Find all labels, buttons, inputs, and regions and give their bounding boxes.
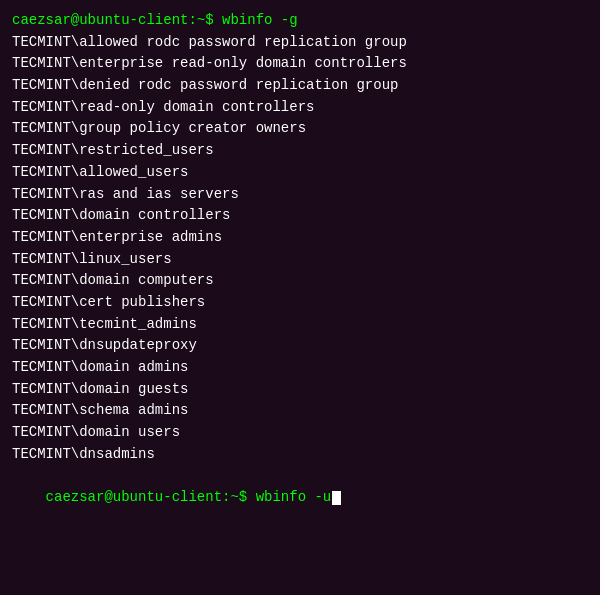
output-line-19: TECMINT\domain users bbox=[12, 422, 588, 444]
terminal-cursor bbox=[332, 491, 341, 505]
output-line-17: TECMINT\domain guests bbox=[12, 379, 588, 401]
output-line-5: TECMINT\group policy creator owners bbox=[12, 118, 588, 140]
output-line-9: TECMINT\domain controllers bbox=[12, 205, 588, 227]
output-line-16: TECMINT\domain admins bbox=[12, 357, 588, 379]
prompt-line-2[interactable]: caezsar@ubuntu-client:~$ wbinfo -u bbox=[12, 465, 588, 530]
output-line-20: TECMINT\dnsadmins bbox=[12, 444, 588, 466]
output-line-7: TECMINT\allowed_users bbox=[12, 162, 588, 184]
output-line-2: TECMINT\enterprise read-only domain cont… bbox=[12, 53, 588, 75]
prompt-line-1: caezsar@ubuntu-client:~$ wbinfo -g bbox=[12, 10, 588, 32]
terminal-window: caezsar@ubuntu-client:~$ wbinfo -g TECMI… bbox=[0, 0, 600, 595]
output-line-15: TECMINT\dnsupdateproxy bbox=[12, 335, 588, 357]
output-line-8: TECMINT\ras and ias servers bbox=[12, 184, 588, 206]
output-line-1: TECMINT\allowed rodc password replicatio… bbox=[12, 32, 588, 54]
output-line-12: TECMINT\domain computers bbox=[12, 270, 588, 292]
output-line-6: TECMINT\restricted_users bbox=[12, 140, 588, 162]
output-line-14: TECMINT\tecmint_admins bbox=[12, 314, 588, 336]
output-line-10: TECMINT\enterprise admins bbox=[12, 227, 588, 249]
output-line-11: TECMINT\linux_users bbox=[12, 249, 588, 271]
output-line-13: TECMINT\cert publishers bbox=[12, 292, 588, 314]
output-line-18: TECMINT\schema admins bbox=[12, 400, 588, 422]
output-line-4: TECMINT\read-only domain controllers bbox=[12, 97, 588, 119]
output-line-3: TECMINT\denied rodc password replication… bbox=[12, 75, 588, 97]
